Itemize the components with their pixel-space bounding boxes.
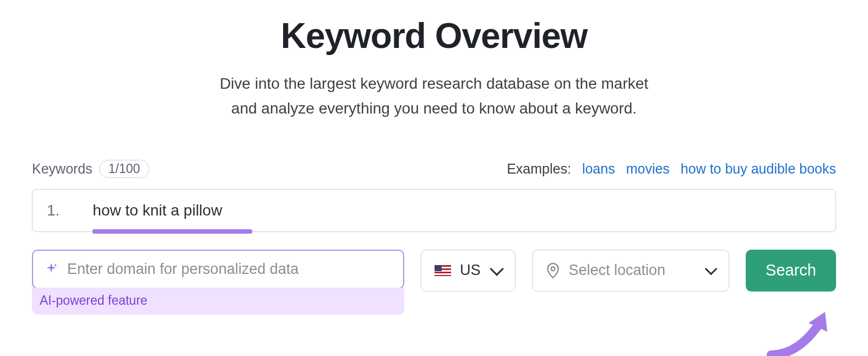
chevron-down-icon bbox=[490, 262, 503, 276]
svg-point-0 bbox=[551, 267, 555, 271]
domain-input-container[interactable] bbox=[32, 250, 404, 289]
examples-label: Examples: bbox=[507, 161, 571, 177]
example-link-loans[interactable]: loans bbox=[582, 161, 615, 177]
us-flag-icon bbox=[435, 265, 451, 276]
ai-feature-badge: AI-powered feature bbox=[32, 288, 404, 315]
keyword-input-container[interactable]: 1. bbox=[32, 189, 836, 232]
highlight-underline bbox=[93, 229, 252, 234]
page-subtitle: Dive into the largest keyword research d… bbox=[32, 72, 836, 121]
subtitle-line-2: and analyze everything you need to know … bbox=[231, 100, 637, 117]
sparkle-icon bbox=[44, 262, 58, 276]
country-code: US bbox=[460, 262, 481, 279]
examples-group: Examples: loans movies how to buy audibl… bbox=[507, 161, 836, 177]
location-pin-icon bbox=[546, 262, 560, 279]
keyword-row-number: 1. bbox=[47, 202, 59, 219]
keywords-label-group: Keywords 1/100 bbox=[32, 160, 149, 178]
keyword-input[interactable] bbox=[93, 202, 753, 219]
subtitle-line-1: Dive into the largest keyword research d… bbox=[220, 75, 648, 92]
chevron-down-icon bbox=[705, 262, 718, 275]
location-placeholder: Select location bbox=[569, 262, 666, 279]
example-link-audible[interactable]: how to buy audible books bbox=[681, 161, 836, 177]
domain-input[interactable] bbox=[67, 261, 392, 278]
search-button[interactable]: Search bbox=[746, 250, 836, 292]
country-select[interactable]: US bbox=[421, 250, 516, 292]
keywords-count-badge: 1/100 bbox=[99, 160, 150, 178]
example-link-movies[interactable]: movies bbox=[626, 161, 670, 177]
keywords-label: Keywords bbox=[32, 161, 93, 177]
location-select[interactable]: Select location bbox=[532, 250, 730, 292]
page-title: Keyword Overview bbox=[32, 15, 836, 56]
